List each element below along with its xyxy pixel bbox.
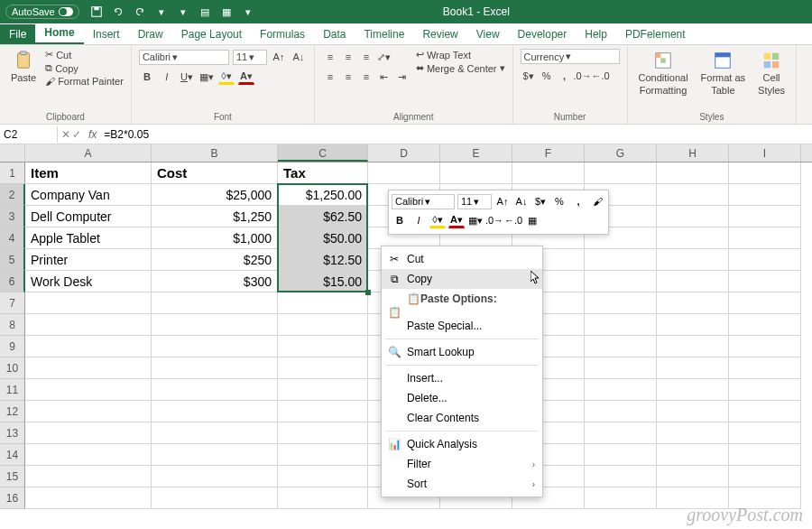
format-as-table-button[interactable]: Format asTable xyxy=(697,49,750,97)
mini-percent-icon[interactable]: % xyxy=(551,193,567,209)
cell-I6[interactable] xyxy=(729,271,801,292)
cell-B14[interactable] xyxy=(152,444,278,466)
cell-B12[interactable] xyxy=(152,401,278,422)
save-icon[interactable] xyxy=(90,5,103,18)
cell-C9[interactable] xyxy=(278,336,368,357)
align-middle-icon[interactable]: ≡ xyxy=(340,49,356,65)
cell-C10[interactable] xyxy=(278,357,368,379)
cell-C4[interactable]: $50.00 xyxy=(278,227,368,249)
cell-C7[interactable] xyxy=(278,292,368,314)
cell-B9[interactable] xyxy=(152,336,278,357)
tab-pdfelement[interactable]: PDFelement xyxy=(616,24,695,44)
underline-button[interactable]: U▾ xyxy=(179,69,195,85)
cell-B4[interactable]: $1,000 xyxy=(152,227,278,249)
row-header-13[interactable]: 13 xyxy=(0,422,25,444)
cancel-icon[interactable]: ✕ xyxy=(61,128,70,141)
indent-increase-icon[interactable]: ⇥ xyxy=(394,69,411,85)
ctx-delete[interactable]: Delete... xyxy=(382,388,542,408)
cell-H5[interactable] xyxy=(657,249,729,271)
cell-C13[interactable] xyxy=(278,422,368,444)
ctx-insert[interactable]: Insert... xyxy=(382,368,542,388)
mini-size-select[interactable]: 11▾ xyxy=(457,194,492,209)
cell-A12[interactable] xyxy=(25,401,152,422)
cell-G12[interactable] xyxy=(585,401,657,422)
cell-A8[interactable] xyxy=(25,314,152,336)
orientation-icon[interactable]: ⤢▾ xyxy=(376,49,392,65)
column-header-B[interactable]: B xyxy=(152,144,278,162)
italic-button[interactable]: I xyxy=(159,69,175,85)
cell-H12[interactable] xyxy=(657,401,729,422)
cell-G6[interactable] xyxy=(585,271,657,292)
cell-B3[interactable]: $1,250 xyxy=(152,206,278,227)
cell-B10[interactable] xyxy=(152,357,278,379)
cell-A3[interactable]: Dell Computer xyxy=(25,206,152,227)
cell-A5[interactable]: Printer xyxy=(25,249,152,271)
cell-B2[interactable]: $25,000 xyxy=(152,184,278,206)
mini-italic-icon[interactable]: I xyxy=(411,212,427,228)
ctx-smart-lookup[interactable]: 🔍Smart Lookup xyxy=(382,342,542,362)
cell-C14[interactable] xyxy=(278,444,368,466)
cell-I4[interactable] xyxy=(729,227,801,249)
cell-C6[interactable]: $15.00 xyxy=(278,271,368,292)
cell-G11[interactable] xyxy=(585,379,657,401)
merge-center-button[interactable]: ⬌Merge & Center ▾ xyxy=(416,62,505,74)
cell-H7[interactable] xyxy=(657,292,729,314)
mini-dec-dec-icon[interactable]: ←.0 xyxy=(505,212,521,228)
tab-formulas[interactable]: Formulas xyxy=(251,24,314,44)
mini-increase-font-icon[interactable]: A↑ xyxy=(494,193,511,209)
cell-I8[interactable] xyxy=(729,314,801,336)
cell-H2[interactable] xyxy=(657,184,729,206)
select-all-corner[interactable] xyxy=(0,144,25,162)
font-name-select[interactable]: Calibri▾ xyxy=(139,50,229,65)
row-header-16[interactable]: 16 xyxy=(0,487,25,509)
cell-H15[interactable] xyxy=(657,466,729,487)
column-header-A[interactable]: A xyxy=(25,144,152,162)
mini-border-icon[interactable]: ▦▾ xyxy=(467,212,484,228)
qat-icon-2[interactable]: ▾ xyxy=(177,5,189,18)
cell-I11[interactable] xyxy=(729,379,801,401)
cell-H1[interactable] xyxy=(657,162,729,184)
align-center-icon[interactable]: ≡ xyxy=(340,69,356,85)
paste-button[interactable]: Paste xyxy=(7,49,40,85)
fill-color-button[interactable]: ◊▾ xyxy=(218,69,235,85)
border-button[interactable]: ▦▾ xyxy=(198,69,215,85)
ctx-sort[interactable]: Sort› xyxy=(382,474,542,494)
row-header-15[interactable]: 15 xyxy=(0,466,25,487)
tab-data[interactable]: Data xyxy=(314,24,355,44)
cell-G9[interactable] xyxy=(585,336,657,357)
cell-H4[interactable] xyxy=(657,227,729,249)
number-format-select[interactable]: Currency▾ xyxy=(521,49,620,64)
copy-button[interactable]: ⧉Copy xyxy=(45,62,124,74)
cell-H14[interactable] xyxy=(657,444,729,466)
ctx-clear-contents[interactable]: Clear Contents xyxy=(382,408,542,428)
row-header-2[interactable]: 2 xyxy=(0,184,25,206)
conditional-formatting-button[interactable]: ConditionalFormatting xyxy=(635,49,692,97)
fill-handle[interactable] xyxy=(365,290,371,295)
align-bottom-icon[interactable]: ≡ xyxy=(358,49,374,65)
row-header-8[interactable]: 8 xyxy=(0,314,25,336)
tab-help[interactable]: Help xyxy=(576,24,616,44)
redo-icon[interactable] xyxy=(134,5,146,18)
mini-font-color-icon[interactable]: A▾ xyxy=(448,212,465,228)
cell-A4[interactable]: Apple Tablet xyxy=(25,227,152,249)
cell-E1[interactable] xyxy=(440,162,512,184)
mini-currency-icon[interactable]: $▾ xyxy=(532,193,549,209)
cell-I7[interactable] xyxy=(729,292,801,314)
cell-B16[interactable] xyxy=(152,487,278,509)
ctx-paste-option[interactable]: 📋 xyxy=(382,309,542,316)
cell-I5[interactable] xyxy=(729,249,801,271)
align-top-icon[interactable]: ≡ xyxy=(322,49,338,65)
cell-I13[interactable] xyxy=(729,422,801,444)
ctx-cut[interactable]: ✂Cut xyxy=(382,249,542,269)
cell-C2[interactable]: $1,250.00 xyxy=(278,184,368,206)
column-header-E[interactable]: E xyxy=(440,144,512,162)
cell-A10[interactable] xyxy=(25,357,152,379)
cell-C11[interactable] xyxy=(278,379,368,401)
cell-G14[interactable] xyxy=(585,444,657,466)
tab-timeline[interactable]: Timeline xyxy=(355,24,413,44)
mini-table-icon[interactable]: ▦ xyxy=(524,212,540,228)
cell-I1[interactable] xyxy=(729,162,801,184)
cell-F1[interactable] xyxy=(512,162,585,184)
column-header-G[interactable]: G xyxy=(585,144,657,162)
bold-button[interactable]: B xyxy=(139,69,155,85)
